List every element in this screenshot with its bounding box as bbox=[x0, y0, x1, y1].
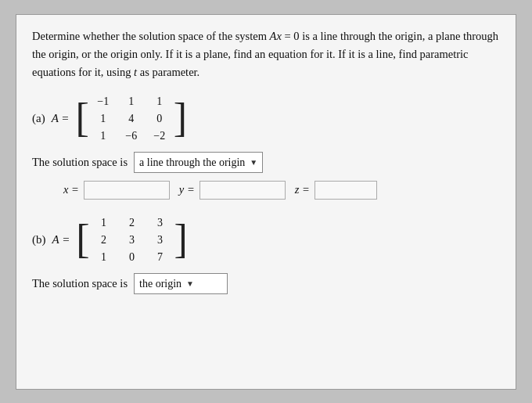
part-b-header: (b) A = [ 1 2 3 2 3 3 1 0 7 ] bbox=[32, 214, 500, 265]
part-a-dropdown-value: a line through the origin bbox=[139, 154, 245, 171]
part-a-parametric: x = y = z = bbox=[32, 181, 500, 200]
part-a-dropdown[interactable]: a line through the origin ▼ bbox=[134, 152, 263, 173]
cell-b-12: 3 bbox=[157, 232, 163, 248]
part-b-matrix: [ 1 2 3 2 3 3 1 0 7 ] bbox=[76, 214, 188, 265]
matrix-b-grid: 1 2 3 2 3 3 1 0 7 bbox=[92, 214, 173, 265]
x-input[interactable] bbox=[84, 181, 170, 200]
matrix-a-grid: −1 1 1 1 4 0 1 −6 −2 bbox=[91, 92, 172, 144]
part-a: (a) A = [ −1 1 1 1 4 0 1 −6 −2 ] The so bbox=[32, 92, 500, 200]
problem-statement: Determine whether the solution space of … bbox=[32, 27, 500, 82]
z-label: z = bbox=[295, 182, 310, 199]
part-a-solution-line: The solution space is a line through the… bbox=[32, 152, 500, 173]
part-a-solution-prefix: The solution space is bbox=[32, 154, 128, 171]
cell-b-02: 3 bbox=[157, 214, 163, 231]
cell-a-12: 0 bbox=[156, 110, 162, 127]
cell-b-22: 7 bbox=[157, 249, 163, 265]
part-b-dropdown[interactable]: the origin ▼ bbox=[134, 273, 228, 294]
cell-b-10: 2 bbox=[101, 232, 106, 248]
part-b-dropdown-arrow: ▼ bbox=[186, 278, 194, 290]
x-label: x = bbox=[63, 182, 79, 199]
y-input[interactable] bbox=[200, 181, 286, 200]
right-bracket-b: ] bbox=[174, 219, 188, 260]
cell-a-21: −6 bbox=[125, 128, 137, 144]
cell-b-01: 2 bbox=[129, 214, 135, 231]
cell-a-10: 1 bbox=[100, 110, 106, 127]
part-a-matrix-label: A = bbox=[52, 110, 70, 128]
cell-b-00: 1 bbox=[101, 214, 106, 231]
cell-a-01: 1 bbox=[128, 93, 134, 110]
cell-b-21: 0 bbox=[129, 249, 135, 265]
cell-a-22: −2 bbox=[153, 128, 165, 144]
main-page: Determine whether the solution space of … bbox=[16, 14, 516, 390]
left-bracket-b: [ bbox=[76, 219, 89, 260]
left-bracket-a: [ bbox=[75, 98, 88, 139]
part-a-label: (a) bbox=[32, 110, 45, 128]
part-a-header: (a) A = [ −1 1 1 1 4 0 1 −6 −2 ] bbox=[32, 92, 500, 144]
part-b-solution-line: The solution space is the origin ▼ bbox=[32, 273, 500, 294]
part-b: (b) A = [ 1 2 3 2 3 3 1 0 7 ] The solut bbox=[32, 214, 500, 294]
part-a-dropdown-arrow: ▼ bbox=[250, 157, 257, 168]
cell-b-11: 3 bbox=[129, 232, 135, 248]
z-input[interactable] bbox=[315, 181, 377, 200]
part-b-matrix-label: A = bbox=[52, 231, 70, 249]
part-b-solution-prefix: The solution space is bbox=[32, 275, 128, 293]
cell-b-20: 1 bbox=[101, 249, 106, 265]
cell-a-11: 4 bbox=[128, 110, 134, 127]
cell-a-20: 1 bbox=[100, 128, 106, 144]
part-a-matrix: [ −1 1 1 1 4 0 1 −6 −2 ] bbox=[75, 92, 187, 144]
y-label: y = bbox=[179, 182, 195, 199]
part-b-dropdown-value: the origin bbox=[139, 275, 182, 292]
right-bracket-a: ] bbox=[174, 98, 187, 139]
part-b-label: (b) bbox=[32, 231, 46, 249]
cell-a-02: 1 bbox=[156, 93, 162, 110]
cell-a-00: −1 bbox=[97, 93, 109, 110]
